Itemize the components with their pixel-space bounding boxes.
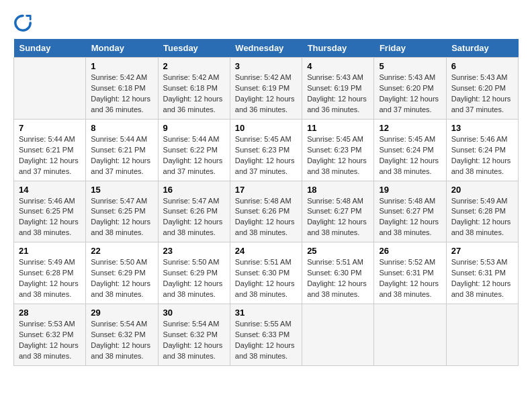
day-info: Sunrise: 5:48 AM Sunset: 6:26 PM Dayligh…: [235, 196, 297, 239]
day-number: 14: [19, 185, 81, 195]
day-info: Sunrise: 5:50 AM Sunset: 6:29 PM Dayligh…: [91, 257, 152, 300]
calendar-header-row: SundayMondayTuesdayWednesdayThursdayFrid…: [14, 39, 519, 58]
calendar-cell: 19Sunrise: 5:48 AM Sunset: 6:27 PM Dayli…: [374, 181, 446, 242]
day-info: Sunrise: 5:43 AM Sunset: 6:20 PM Dayligh…: [379, 73, 441, 116]
calendar-cell: 24Sunrise: 5:51 AM Sunset: 6:30 PM Dayli…: [230, 242, 302, 304]
day-number: 15: [91, 185, 152, 195]
header-tuesday: Tuesday: [158, 39, 230, 58]
day-info: Sunrise: 5:49 AM Sunset: 6:28 PM Dayligh…: [451, 196, 513, 239]
day-number: 23: [163, 246, 225, 256]
day-info: Sunrise: 5:50 AM Sunset: 6:29 PM Dayligh…: [163, 257, 225, 300]
calendar-week-row: 1Sunrise: 5:42 AM Sunset: 6:18 PM Daylig…: [14, 58, 519, 120]
calendar-cell: 31Sunrise: 5:55 AM Sunset: 6:33 PM Dayli…: [230, 304, 302, 366]
day-number: 28: [19, 308, 81, 318]
day-info: Sunrise: 5:47 AM Sunset: 6:26 PM Dayligh…: [163, 196, 225, 239]
calendar-week-row: 21Sunrise: 5:49 AM Sunset: 6:28 PM Dayli…: [14, 242, 519, 304]
header-friday: Friday: [374, 39, 446, 58]
day-number: 3: [235, 61, 297, 71]
day-number: 7: [19, 123, 81, 133]
day-info: Sunrise: 5:43 AM Sunset: 6:19 PM Dayligh…: [307, 73, 369, 116]
day-info: Sunrise: 5:42 AM Sunset: 6:19 PM Dayligh…: [235, 73, 297, 116]
day-info: Sunrise: 5:42 AM Sunset: 6:18 PM Dayligh…: [91, 73, 152, 116]
day-number: 26: [379, 246, 441, 256]
calendar-cell: 9Sunrise: 5:44 AM Sunset: 6:22 PM Daylig…: [158, 119, 230, 181]
day-info: Sunrise: 5:53 AM Sunset: 6:31 PM Dayligh…: [451, 257, 513, 300]
calendar-cell: 18Sunrise: 5:48 AM Sunset: 6:27 PM Dayli…: [302, 181, 374, 242]
day-info: Sunrise: 5:42 AM Sunset: 6:18 PM Dayligh…: [163, 73, 225, 116]
day-info: Sunrise: 5:48 AM Sunset: 6:27 PM Dayligh…: [379, 196, 441, 239]
page-header: [13, 13, 519, 32]
calendar-cell: [302, 304, 374, 366]
header-wednesday: Wednesday: [230, 39, 302, 58]
day-info: Sunrise: 5:44 AM Sunset: 6:21 PM Dayligh…: [91, 134, 152, 177]
day-number: 30: [163, 308, 225, 318]
day-number: 27: [451, 246, 513, 256]
day-info: Sunrise: 5:44 AM Sunset: 6:21 PM Dayligh…: [19, 134, 81, 177]
day-number: 11: [307, 123, 369, 133]
day-number: 24: [235, 246, 297, 256]
calendar-cell: 17Sunrise: 5:48 AM Sunset: 6:26 PM Dayli…: [230, 181, 302, 242]
calendar-cell: 20Sunrise: 5:49 AM Sunset: 6:28 PM Dayli…: [446, 181, 518, 242]
calendar-cell: 26Sunrise: 5:52 AM Sunset: 6:31 PM Dayli…: [374, 242, 446, 304]
calendar-cell: 12Sunrise: 5:45 AM Sunset: 6:24 PM Dayli…: [374, 119, 446, 181]
day-number: 31: [235, 308, 297, 318]
header-thursday: Thursday: [302, 39, 374, 58]
day-number: 19: [379, 185, 441, 195]
calendar-cell: 28Sunrise: 5:53 AM Sunset: 6:32 PM Dayli…: [14, 304, 86, 366]
day-number: 18: [307, 185, 369, 195]
day-number: 22: [91, 246, 152, 256]
logo-icon: [13, 13, 32, 32]
day-info: Sunrise: 5:49 AM Sunset: 6:28 PM Dayligh…: [19, 257, 81, 300]
day-info: Sunrise: 5:46 AM Sunset: 6:25 PM Dayligh…: [19, 196, 81, 239]
calendar-cell: 16Sunrise: 5:47 AM Sunset: 6:26 PM Dayli…: [158, 181, 230, 242]
calendar-cell: [14, 58, 86, 120]
day-number: 25: [307, 246, 369, 256]
day-number: 4: [307, 61, 369, 71]
day-info: Sunrise: 5:55 AM Sunset: 6:33 PM Dayligh…: [235, 319, 297, 362]
calendar-week-row: 28Sunrise: 5:53 AM Sunset: 6:32 PM Dayli…: [14, 304, 519, 366]
calendar-cell: 23Sunrise: 5:50 AM Sunset: 6:29 PM Dayli…: [158, 242, 230, 304]
calendar-cell: 22Sunrise: 5:50 AM Sunset: 6:29 PM Dayli…: [86, 242, 158, 304]
calendar-cell: 14Sunrise: 5:46 AM Sunset: 6:25 PM Dayli…: [14, 181, 86, 242]
day-info: Sunrise: 5:53 AM Sunset: 6:32 PM Dayligh…: [19, 319, 81, 362]
calendar-table: SundayMondayTuesdayWednesdayThursdayFrid…: [13, 39, 519, 366]
calendar-week-row: 14Sunrise: 5:46 AM Sunset: 6:25 PM Dayli…: [14, 181, 519, 242]
header-sunday: Sunday: [14, 39, 86, 58]
calendar-cell: 1Sunrise: 5:42 AM Sunset: 6:18 PM Daylig…: [86, 58, 158, 120]
calendar-cell: 2Sunrise: 5:42 AM Sunset: 6:18 PM Daylig…: [158, 58, 230, 120]
calendar-cell: 4Sunrise: 5:43 AM Sunset: 6:19 PM Daylig…: [302, 58, 374, 120]
calendar-cell: 3Sunrise: 5:42 AM Sunset: 6:19 PM Daylig…: [230, 58, 302, 120]
calendar-cell: 5Sunrise: 5:43 AM Sunset: 6:20 PM Daylig…: [374, 58, 446, 120]
logo: [13, 13, 34, 32]
calendar-cell: 7Sunrise: 5:44 AM Sunset: 6:21 PM Daylig…: [14, 119, 86, 181]
day-info: Sunrise: 5:45 AM Sunset: 6:23 PM Dayligh…: [235, 134, 297, 177]
day-info: Sunrise: 5:51 AM Sunset: 6:30 PM Dayligh…: [307, 257, 369, 300]
calendar-cell: 8Sunrise: 5:44 AM Sunset: 6:21 PM Daylig…: [86, 119, 158, 181]
day-number: 20: [451, 185, 513, 195]
day-number: 9: [163, 123, 225, 133]
day-number: 17: [235, 185, 297, 195]
day-number: 5: [379, 61, 441, 71]
calendar-cell: 6Sunrise: 5:43 AM Sunset: 6:20 PM Daylig…: [446, 58, 518, 120]
day-number: 12: [379, 123, 441, 133]
day-number: 10: [235, 123, 297, 133]
header-monday: Monday: [86, 39, 158, 58]
day-number: 29: [91, 308, 152, 318]
calendar-cell: 27Sunrise: 5:53 AM Sunset: 6:31 PM Dayli…: [446, 242, 518, 304]
day-info: Sunrise: 5:54 AM Sunset: 6:32 PM Dayligh…: [163, 319, 225, 362]
calendar-cell: 29Sunrise: 5:54 AM Sunset: 6:32 PM Dayli…: [86, 304, 158, 366]
day-info: Sunrise: 5:47 AM Sunset: 6:25 PM Dayligh…: [91, 196, 152, 239]
day-info: Sunrise: 5:52 AM Sunset: 6:31 PM Dayligh…: [379, 257, 441, 300]
calendar-cell: 15Sunrise: 5:47 AM Sunset: 6:25 PM Dayli…: [86, 181, 158, 242]
calendar-cell: 21Sunrise: 5:49 AM Sunset: 6:28 PM Dayli…: [14, 242, 86, 304]
header-saturday: Saturday: [446, 39, 518, 58]
day-number: 1: [91, 61, 152, 71]
day-number: 2: [163, 61, 225, 71]
calendar-cell: [446, 304, 518, 366]
day-number: 21: [19, 246, 81, 256]
day-info: Sunrise: 5:46 AM Sunset: 6:24 PM Dayligh…: [451, 134, 513, 177]
day-info: Sunrise: 5:48 AM Sunset: 6:27 PM Dayligh…: [307, 196, 369, 239]
day-info: Sunrise: 5:45 AM Sunset: 6:23 PM Dayligh…: [307, 134, 369, 177]
calendar-week-row: 7Sunrise: 5:44 AM Sunset: 6:21 PM Daylig…: [14, 119, 519, 181]
calendar-cell: [374, 304, 446, 366]
